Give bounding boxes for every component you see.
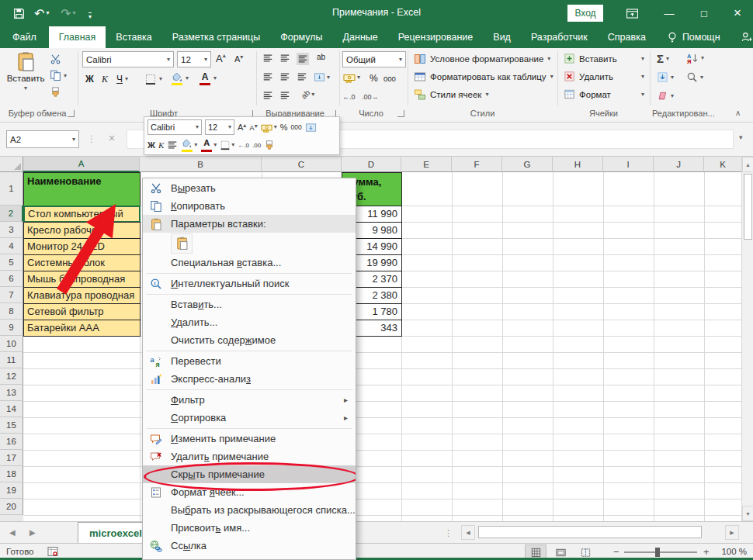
tab-developer[interactable]: Разработчик [521,26,598,48]
font-size-select[interactable]: 12▾ [177,51,211,67]
borders-button[interactable]: ▾ [144,73,162,85]
menu-item-edit-comment[interactable]: Изменить примечание [143,430,356,448]
horizontal-scroll-thumb[interactable] [478,526,702,538]
mini-font-size-select[interactable]: 12▾ [205,119,234,135]
mini-decrease-font-button[interactable]: А▾ [249,123,257,132]
menu-item-link[interactable]: Ссылка [143,537,356,555]
zoom-slider-thumb[interactable] [655,548,660,557]
format-painter-button[interactable] [50,86,61,98]
row-header[interactable]: 1 [0,172,23,206]
font-color-button[interactable]: А▾ [199,71,217,85]
select-all-corner[interactable] [0,157,23,172]
wrap-text-button[interactable]: ab [317,53,325,61]
table-cell-name[interactable]: Мышь беспроводная [23,271,141,288]
maximize-button[interactable]: □ [689,0,720,26]
cut-button[interactable] [50,54,61,65]
mini-percent-button[interactable]: % [280,123,288,132]
sort-filter-button[interactable]: ▾ [686,52,704,64]
tab-review[interactable]: Рецензирование [388,26,484,48]
menu-item-filter[interactable]: Фильтр▸ [143,391,356,409]
table-cell-name[interactable]: Сетевой фильтр [23,303,141,320]
cancel-entry-button[interactable]: × [109,132,115,144]
mini-fill-color-button[interactable]: ▾ [181,138,197,152]
accounting-format-button[interactable]: ▾ [343,71,360,84]
column-header-c[interactable]: C [262,157,342,172]
vertical-scroll-thumb[interactable] [744,174,752,240]
fill-color-button[interactable]: ▾ [171,71,189,85]
decrease-decimal-button[interactable]: .00→ [362,93,379,101]
splitter-grip-icon[interactable]: ⋮ [444,528,453,538]
menu-item-pick-from-list[interactable]: Выбрать из раскрывающегося списка... [143,501,356,519]
cell-a1-header[interactable]: Наименование [23,172,141,206]
mini-italic-button[interactable]: К [158,140,164,150]
format-painter-icon[interactable] [264,140,275,150]
italic-button[interactable]: К [102,74,108,85]
tab-file[interactable]: Файл [0,26,49,48]
table-cell-name[interactable]: Системный блок [23,254,141,271]
scroll-down-button[interactable]: ▼ [742,506,753,521]
prev-sheet-button[interactable]: ◀ [9,528,16,537]
next-sheet-button[interactable]: ▶ [29,528,36,537]
delete-cells-button[interactable]: Удалить▾ [564,71,644,82]
align-right-button[interactable] [297,71,307,82]
comma-style-button[interactable]: 000 [383,74,396,83]
mini-decrease-decimal-button[interactable]: .00 [252,142,261,149]
scroll-up-button[interactable]: ▲ [742,157,753,172]
number-dialog-launcher-icon[interactable] [397,110,404,117]
table-cell-name[interactable]: Клавиатура проводная [23,287,141,304]
mini-accounting-button[interactable]: ▾ [261,122,277,133]
underline-button[interactable]: Ч▾ [116,74,128,85]
conditional-formatting-button[interactable]: Условное форматирование▾ [414,53,550,65]
row-header[interactable]: 8 [0,303,23,320]
minimize-button[interactable]: — [654,0,685,26]
row-header[interactable]: 16 [0,434,23,450]
menu-item-translate[interactable]: Перевести [143,352,356,370]
column-header-j[interactable]: J [654,157,704,172]
mini-font-color-button[interactable]: А▾ [200,138,217,152]
column-header-i[interactable]: I [603,157,654,172]
fill-button[interactable]: ▾ [657,71,674,83]
row-header[interactable]: 2 [0,206,23,222]
paste-button[interactable]: Вставить ▾ [5,51,46,92]
paste-keep-formatting-button[interactable] [171,233,193,254]
font-name-select[interactable]: Calibri▾ [82,51,174,67]
column-header-h[interactable]: H [553,157,603,172]
zoom-out-button[interactable]: − [613,546,619,558]
clipboard-dialog-launcher-icon[interactable] [68,110,75,117]
format-as-table-button[interactable]: Форматировать как таблицу▾ [414,71,553,83]
align-left-button[interactable] [262,71,273,82]
macro-record-button[interactable] [47,545,59,558]
row-header[interactable]: 17 [0,450,23,466]
insert-cells-button[interactable]: Вставить▾ [564,53,644,64]
hscroll-left-button[interactable]: ◀ [461,525,475,540]
percent-style-button[interactable]: % [370,73,378,84]
copy-button[interactable]: ▾ [50,70,67,81]
align-lines-icon[interactable] [167,140,178,150]
menu-item-hide-comment[interactable]: Скрыть примечание [143,465,356,483]
tab-help[interactable]: Справка [598,26,656,48]
mini-comma-button[interactable]: 000 [291,123,302,131]
row-header[interactable]: 20 [0,499,23,515]
merge-cells-icon[interactable] [305,122,317,133]
table-cell-name[interactable]: Монитор 24 LED [23,238,141,255]
menu-item-insert[interactable]: Вставить... [143,296,356,313]
tab-formulas[interactable]: Формулы [270,26,332,48]
tab-page-layout[interactable]: Разметка страницы [162,26,270,48]
column-header-k[interactable]: K [704,157,741,172]
decrease-indent-button[interactable] [262,90,273,101]
number-format-select[interactable]: Общий▾ [342,51,406,67]
menu-item-define-name[interactable]: Присвоить имя... [143,519,356,537]
align-center-button[interactable] [279,71,290,82]
menu-item-paste-options[interactable]: Параметры вставки: [143,215,356,233]
row-header[interactable]: 10 [0,336,23,352]
increase-font-button[interactable]: А▴ [216,53,226,64]
menu-item-clear-contents[interactable]: Очистить содержимое [143,331,356,349]
zoom-in-button[interactable]: + [703,546,710,558]
menu-item-paste-special[interactable]: Специальная вставка... [143,254,356,271]
row-header[interactable]: 5 [0,254,23,271]
bold-button[interactable]: Ж [85,74,94,85]
column-header-e[interactable]: E [401,157,452,172]
align-top-button[interactable] [262,53,273,64]
table-cell-name[interactable]: Стол компьютерный [23,206,141,223]
clear-button[interactable]: ▾ [657,90,674,102]
